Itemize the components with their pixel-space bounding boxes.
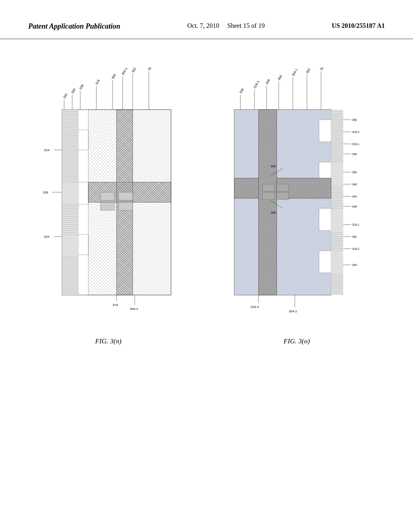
label-304-2: 304-2	[130, 307, 138, 311]
label-354: 354	[352, 264, 357, 266]
label-300-o: 300	[319, 67, 325, 71]
label-340: 340	[70, 87, 76, 94]
fig-3o-diagram: 338 318-3 308 306 304-1 302 300	[222, 67, 371, 329]
label-319-3: 319-3	[250, 305, 259, 309]
label-304-2-o: 304-2	[289, 310, 297, 313]
label-318: 318	[94, 79, 100, 85]
svg-rect-18	[100, 202, 115, 210]
fig-3n-svg: 342 340 338 318 306	[42, 67, 175, 329]
label-344: 344	[352, 195, 357, 198]
svg-rect-112	[319, 120, 331, 142]
label-362: 362	[271, 164, 276, 168]
label-304-1-o: 304-1	[291, 68, 298, 77]
svg-rect-181	[277, 192, 289, 200]
label-306a: 306	[111, 73, 117, 80]
fig-3n-diagram: 342 340 338 318 306	[42, 67, 175, 329]
fig-3n-caption: FIG. 3(n)	[95, 337, 121, 345]
label-324-top: 324	[44, 148, 50, 152]
svg-rect-180	[277, 184, 289, 191]
svg-rect-12	[78, 235, 88, 255]
label-319-1: 319-1	[352, 223, 359, 226]
label-318-3: 318-3	[252, 80, 260, 89]
publication-date: Oct. 7, 2010	[187, 22, 219, 29]
label-346: 346	[352, 183, 357, 186]
svg-rect-19	[119, 202, 133, 210]
svg-rect-177	[259, 110, 277, 295]
sheet-info: Sheet 15 of 19	[227, 22, 265, 29]
label-306-o: 306	[277, 74, 283, 81]
label-319-2-top: 319-2	[352, 131, 359, 133]
fig-3o-caption: FIG. 3(o)	[284, 337, 310, 345]
publication-title: Patent Application Publication	[28, 22, 120, 31]
svg-rect-111	[234, 110, 331, 295]
svg-rect-16	[100, 192, 115, 200]
label-356: 356	[352, 153, 357, 156]
main-content: 342 340 338 318 306	[0, 39, 413, 357]
label-302-o: 302	[305, 67, 311, 74]
label-318-1: 318-1	[352, 143, 359, 145]
label-342: 342	[62, 92, 68, 99]
label-319: 319	[113, 303, 118, 307]
svg-rect-179	[263, 192, 275, 200]
label-338-o: 338	[238, 87, 244, 94]
page: Patent Application Publication Oct. 7, 2…	[0, 0, 413, 532]
label-336: 336	[43, 191, 48, 194]
label-350: 350	[352, 171, 357, 174]
label-304-1: 304-1	[121, 67, 128, 76]
fig-3o-svg: 338 318-3 308 306 304-1 302 300	[222, 67, 371, 329]
svg-rect-11	[78, 182, 88, 204]
label-319-2-bot: 319-2	[352, 247, 359, 250]
svg-rect-115	[319, 251, 331, 273]
svg-rect-114	[319, 208, 331, 231]
label-300: 300	[147, 67, 153, 71]
svg-rect-10	[78, 130, 88, 150]
publication-date-sheet: Oct. 7, 2010 Sheet 15 of 19	[187, 22, 265, 29]
figures-row: 342 340 338 318 306	[24, 67, 389, 345]
label-302: 302	[131, 67, 137, 73]
page-header: Patent Application Publication Oct. 7, 2…	[0, 0, 413, 39]
svg-rect-178	[263, 184, 275, 191]
label-338: 338	[78, 83, 84, 90]
svg-rect-17	[119, 192, 133, 200]
figure-3o-container: 338 318-3 308 306 304-1 302 300	[222, 67, 371, 345]
label-348: 348	[352, 205, 357, 208]
label-352: 352	[352, 235, 357, 238]
label-360: 360	[271, 211, 276, 214]
publication-number: US 2010/255187 A1	[332, 22, 385, 29]
figure-3n-container: 342 340 338 318 306	[42, 67, 175, 345]
label-308-o: 308	[265, 78, 271, 85]
label-358: 358	[352, 118, 357, 121]
label-324-bot: 324	[44, 235, 50, 239]
svg-rect-28	[62, 110, 78, 295]
